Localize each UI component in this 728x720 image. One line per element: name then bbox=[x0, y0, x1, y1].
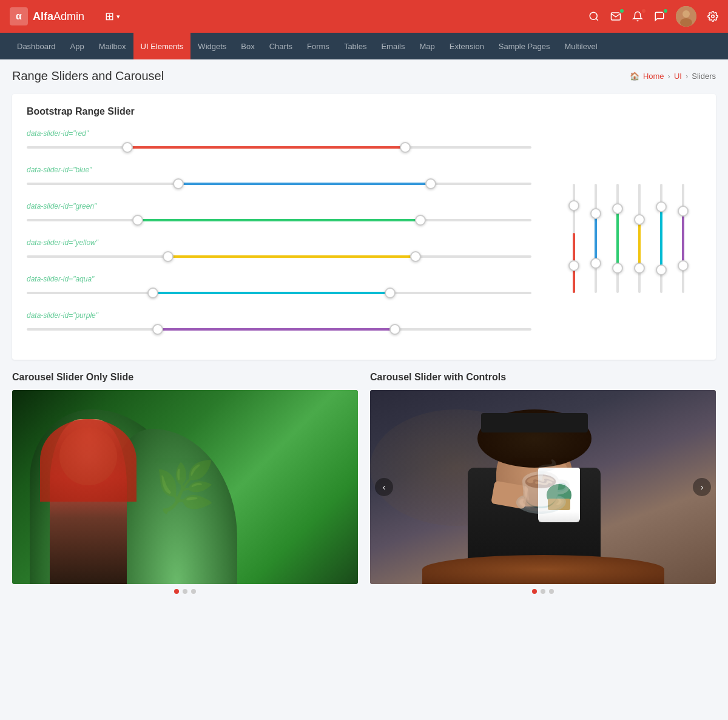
vslider-thumb-bot-purple[interactable] bbox=[678, 260, 689, 271]
settings-button[interactable] bbox=[707, 11, 718, 22]
nav-extension[interactable]: Extension bbox=[442, 33, 491, 59]
slider-thumb-left-purple[interactable] bbox=[152, 324, 163, 335]
slider-label-blue: data-slider-id="blue" bbox=[27, 166, 531, 174]
nav-map[interactable]: Map bbox=[412, 33, 442, 59]
breadcrumb-sep-1: › bbox=[668, 72, 670, 81]
carousel-2-prev[interactable]: ‹ bbox=[375, 478, 393, 496]
page-title: Range Sliders and Carousel bbox=[12, 69, 164, 83]
breadcrumb-sep-2: › bbox=[686, 72, 688, 81]
carousel-row: Carousel Slider Only Slide bbox=[12, 372, 716, 594]
nav-sample-pages[interactable]: Sample Pages bbox=[491, 33, 558, 59]
slider-row-aqua: data-slider-id="aqua" bbox=[27, 275, 531, 299]
notifications-button[interactable] bbox=[632, 11, 643, 22]
carousel-with-controls: Carousel Slider with Controls bbox=[370, 372, 716, 594]
carousel-2-dot-3[interactable] bbox=[549, 589, 554, 594]
slider-track-aqua[interactable] bbox=[27, 287, 531, 299]
vslider-thumb-top-aqua[interactable] bbox=[656, 201, 667, 212]
carousel-2-dot-2[interactable] bbox=[541, 589, 545, 594]
nav-dashboard[interactable]: Dashboard bbox=[10, 33, 63, 59]
nav-box[interactable]: Box bbox=[234, 33, 261, 59]
slider-track-green[interactable] bbox=[27, 214, 531, 226]
carousel-1-dot-3[interactable] bbox=[191, 589, 196, 594]
mail-badge bbox=[619, 8, 625, 14]
vslider-thumb-top-yellow[interactable] bbox=[634, 214, 645, 225]
nav-forms[interactable]: Forms bbox=[300, 33, 337, 59]
breadcrumb: 🏠 Home › UI › Sliders bbox=[630, 72, 716, 81]
carousel-2-dot-1[interactable] bbox=[532, 589, 537, 594]
slider-thumb-left-red[interactable] bbox=[122, 142, 133, 153]
vslider-red bbox=[568, 184, 580, 293]
vslider-thumb-top-red[interactable] bbox=[568, 200, 579, 211]
slider-thumb-right-purple[interactable] bbox=[389, 324, 400, 335]
slider-track-blue[interactable] bbox=[27, 178, 531, 190]
range-slider-title: Bootstrap Range Slider bbox=[27, 106, 701, 117]
slider-thumb-right-red[interactable] bbox=[400, 142, 411, 153]
slider-thumb-right-green[interactable] bbox=[415, 215, 426, 226]
slider-thumb-right-yellow[interactable] bbox=[410, 251, 421, 262]
search-button[interactable] bbox=[588, 11, 599, 22]
slider-track-purple[interactable] bbox=[27, 323, 531, 335]
carousel-2-dots bbox=[370, 589, 716, 594]
carousel-1-title: Carousel Slider Only Slide bbox=[12, 372, 358, 383]
vslider-thumb-bot-red[interactable] bbox=[568, 260, 579, 271]
vslider-aqua bbox=[655, 184, 667, 293]
nav-tables[interactable]: Tables bbox=[337, 33, 374, 59]
slider-label-yellow: data-slider-id="yellow" bbox=[27, 238, 531, 247]
grid-icon: ⊞ bbox=[105, 10, 114, 23]
breadcrumb-home[interactable]: Home bbox=[643, 72, 664, 81]
nav-multilevel[interactable]: Multilevel bbox=[557, 33, 604, 59]
top-navbar: α AlfaAdmin ⊞ ▾ bbox=[0, 0, 728, 33]
mail-button[interactable] bbox=[610, 11, 621, 22]
vertical-sliders bbox=[556, 129, 701, 348]
nav-emails[interactable]: Emails bbox=[374, 33, 412, 59]
messages-button[interactable] bbox=[654, 11, 665, 22]
vslider-purple bbox=[677, 184, 689, 293]
brand-logo: α bbox=[10, 7, 28, 25]
vslider-thumb-bot-yellow[interactable] bbox=[634, 263, 645, 274]
nav-app[interactable]: App bbox=[63, 33, 92, 59]
messages-badge bbox=[662, 8, 669, 14]
slider-track-yellow[interactable] bbox=[27, 251, 531, 263]
slider-layout: data-slider-id="red" data-slider-id="blu… bbox=[27, 129, 701, 348]
slider-row-purple: data-slider-id="purple" bbox=[27, 311, 531, 335]
vslider-thumb-bot-blue[interactable] bbox=[590, 258, 601, 269]
carousel-1-dots bbox=[12, 589, 358, 594]
slider-thumb-right-aqua[interactable] bbox=[385, 288, 396, 298]
vslider-thumb-top-green[interactable] bbox=[612, 203, 623, 214]
carousel-1-dot-1[interactable] bbox=[174, 589, 179, 594]
slider-thumb-left-aqua[interactable] bbox=[147, 288, 158, 298]
user-avatar[interactable] bbox=[676, 6, 696, 27]
slider-label-red: data-slider-id="red" bbox=[27, 129, 531, 138]
main-content: Bootstrap Range Slider data-slider-id="r… bbox=[0, 88, 728, 606]
carousel-1-dot-2[interactable] bbox=[183, 589, 187, 594]
menu-navbar: Dashboard App Mailbox UI Elements Widget… bbox=[0, 33, 728, 59]
slider-thumb-right-blue[interactable] bbox=[425, 178, 436, 189]
vslider-green bbox=[612, 184, 624, 293]
range-slider-card: Bootstrap Range Slider data-slider-id="r… bbox=[12, 94, 716, 360]
apps-menu-button[interactable]: ⊞ ▾ bbox=[99, 7, 126, 25]
nav-mailbox[interactable]: Mailbox bbox=[92, 33, 133, 59]
nav-charts[interactable]: Charts bbox=[262, 33, 300, 59]
svg-point-3 bbox=[682, 10, 690, 18]
vslider-thumb-top-purple[interactable] bbox=[678, 206, 689, 217]
brand: α AlfaAdmin bbox=[10, 7, 84, 25]
topnav-icons bbox=[588, 6, 718, 27]
vslider-thumb-top-blue[interactable] bbox=[590, 208, 601, 219]
carousel-2-image[interactable]: ‹ › bbox=[370, 390, 716, 584]
vslider-thumb-bot-green[interactable] bbox=[612, 263, 623, 274]
slider-thumb-left-yellow[interactable] bbox=[163, 251, 174, 262]
nav-widgets[interactable]: Widgets bbox=[190, 33, 234, 59]
slider-row-blue: data-slider-id="blue" bbox=[27, 166, 531, 190]
svg-point-0 bbox=[590, 12, 597, 19]
slider-thumb-left-green[interactable] bbox=[132, 215, 143, 226]
slider-label-green: data-slider-id="green" bbox=[27, 202, 531, 210]
brand-name: AlfaAdmin bbox=[33, 10, 84, 23]
slider-track-red[interactable] bbox=[27, 141, 531, 153]
breadcrumb-ui[interactable]: UI bbox=[674, 72, 682, 81]
carousel-1-image[interactable] bbox=[12, 390, 358, 584]
slider-thumb-left-blue[interactable] bbox=[173, 178, 184, 189]
vslider-thumb-bot-aqua[interactable] bbox=[656, 264, 667, 275]
nav-ui-elements[interactable]: UI Elements bbox=[133, 33, 191, 59]
carousel-2-next[interactable]: › bbox=[693, 478, 711, 496]
notifications-badge bbox=[641, 8, 647, 14]
